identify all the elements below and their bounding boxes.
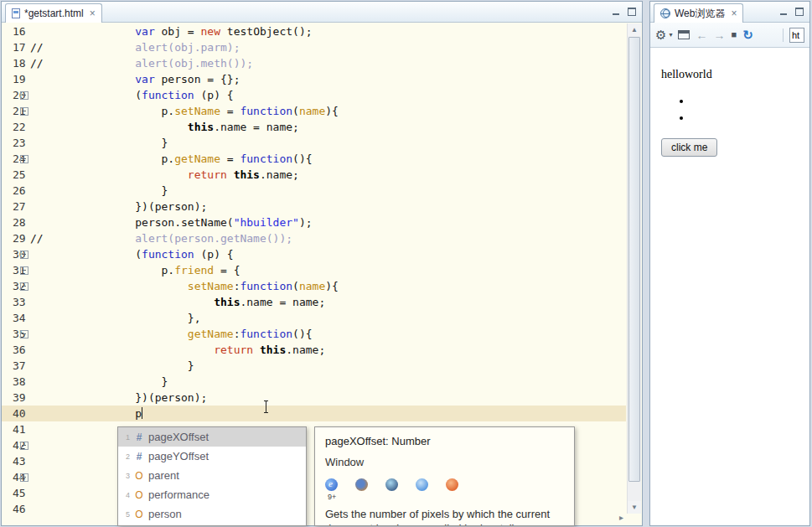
code-line[interactable]: 27 })(person); [2,199,626,214]
editor-tab[interactable]: *getstart.html × [5,3,102,23]
fold-marker-icon[interactable] [19,262,30,278]
code-line[interactable]: 17// alert(obj.parm); [2,39,626,55]
line-number: 20 [2,87,19,103]
url-input[interactable] [789,28,804,43]
doc-description: Gets the number of pixels by which the c… [325,507,564,526]
completion-item[interactable]: 2#pageYOffset [118,447,306,466]
scrollbar-thumb[interactable] [628,37,640,482]
completion-index: 2 [118,452,130,461]
list-bullet [680,116,683,120]
fold-marker-icon[interactable] [19,469,30,485]
code-line[interactable]: 29// alert(person.getName()); [2,230,626,246]
fold-spacer [19,199,30,214]
code-line[interactable]: 33 this.name = name; [2,294,626,310]
refresh-icon[interactable]: ↻ [742,28,753,41]
browser-tab[interactable]: Web浏览器 × [654,3,743,23]
code-line[interactable]: 21 p.setName = function(name){ [2,103,626,119]
code-line[interactable]: 19 var person = {}; [2,71,626,87]
code-line[interactable]: 28 person.setName("hbuilder"); [2,214,626,230]
firefox-icon [355,478,368,491]
code-text: p [30,406,626,421]
text-caret [142,407,142,419]
code-text: } [30,135,626,151]
chevron-down-icon[interactable]: ▾ [669,31,672,39]
line-number: 31 [2,262,19,278]
code-line[interactable]: 16 var obj = new testObject(); [2,23,626,39]
helloworld-text: helloworld [661,68,809,81]
scroll-right-icon[interactable]: ▸ [619,513,623,522]
fold-marker-icon[interactable] [19,151,30,167]
fold-spacer [19,119,30,135]
code-text: p.friend = { [30,262,626,278]
forward-icon[interactable]: → [713,29,725,41]
line-number: 46 [2,501,19,517]
console-window-icon[interactable] [678,30,690,39]
line-number: 17 [2,39,19,55]
completion-index: 4 [118,491,130,499]
fold-marker-icon[interactable] [19,246,30,262]
doc-popup: pageXOffset: Number Window 9+ Gets the n… [314,426,575,526]
gear-icon[interactable]: ⚙ [655,28,666,41]
code-line[interactable]: 35 getName:function(){ [2,326,626,342]
code-line[interactable]: 34 }, [2,310,626,326]
minimize-icon[interactable] [612,8,620,16]
fold-spacer [19,501,30,517]
code-text: (function (p) { [30,87,626,103]
maximize-icon[interactable] [795,8,804,16]
click-me-button[interactable]: click me [661,138,717,157]
line-number: 30 [2,246,19,262]
completion-item[interactable]: 1#pageXOffset [118,427,306,447]
completion-index: 5 [118,510,130,519]
back-icon[interactable]: ← [696,29,707,41]
code-line[interactable]: 18// alert(obj.meth()); [2,55,626,71]
code-text: getName:function(){ [30,326,626,342]
mouse-ibeam-cursor [262,400,270,413]
code-line[interactable]: 36 return this.name; [2,342,626,358]
line-number: 24 [2,151,19,167]
browser-tabbar: Web浏览器 × [650,2,809,23]
code-line[interactable]: 32 setName:function(name){ [2,278,626,294]
scroll-up-icon[interactable]: ▲ [628,23,641,36]
browser-tab-title: Web浏览器 [675,7,725,21]
fold-marker-icon[interactable] [19,103,30,119]
code-line-current[interactable]: 40 p [2,406,626,421]
completion-item[interactable]: 4Operformance [118,485,306,504]
fold-marker-icon[interactable] [19,278,30,294]
code-text: this.name = name; [30,119,626,135]
tab-close-icon[interactable]: × [731,8,737,19]
line-number: 25 [2,167,19,183]
fold-marker-icon[interactable] [19,326,30,342]
code-line[interactable]: 30 (function (p) { [2,246,626,262]
code-line[interactable]: 38 } [2,374,626,390]
code-line[interactable]: 25 return this.name; [2,167,626,183]
completion-item[interactable]: 3Oparent [118,466,306,485]
code-line[interactable]: 23 } [2,135,626,151]
maximize-icon[interactable] [628,8,636,16]
line-number: 19 [2,71,19,87]
code-text: }, [30,310,626,326]
fold-spacer [19,453,30,469]
tab-close-icon[interactable]: × [90,8,96,19]
code-line[interactable]: 24 p.getName = function(){ [2,151,626,167]
fold-spacer [19,406,30,421]
fold-marker-icon[interactable] [19,87,30,103]
code-line[interactable]: 26 } [2,183,626,199]
fold-spacer [19,310,30,326]
code-text: } [30,358,626,374]
fold-marker-icon[interactable] [19,437,30,453]
code-text: setName:function(name){ [30,278,626,294]
safari-icon [385,478,398,491]
completion-item[interactable]: 5Operson [118,504,306,524]
scroll-down-icon[interactable]: ▼ [628,501,641,514]
code-line[interactable]: 39 })(person); [2,390,626,406]
vertical-scrollbar[interactable]: ▲ ▼ [627,23,641,514]
stop-icon[interactable]: ■ [731,30,737,39]
code-line[interactable]: 37 } [2,358,626,374]
code-line[interactable]: 20 (function (p) { [2,87,626,103]
fold-spacer [19,23,30,39]
minimize-icon[interactable] [779,8,788,16]
line-number: 21 [2,103,19,119]
fold-spacer [19,135,30,151]
code-line[interactable]: 22 this.name = name; [2,119,626,135]
code-line[interactable]: 31 p.friend = { [2,262,626,278]
